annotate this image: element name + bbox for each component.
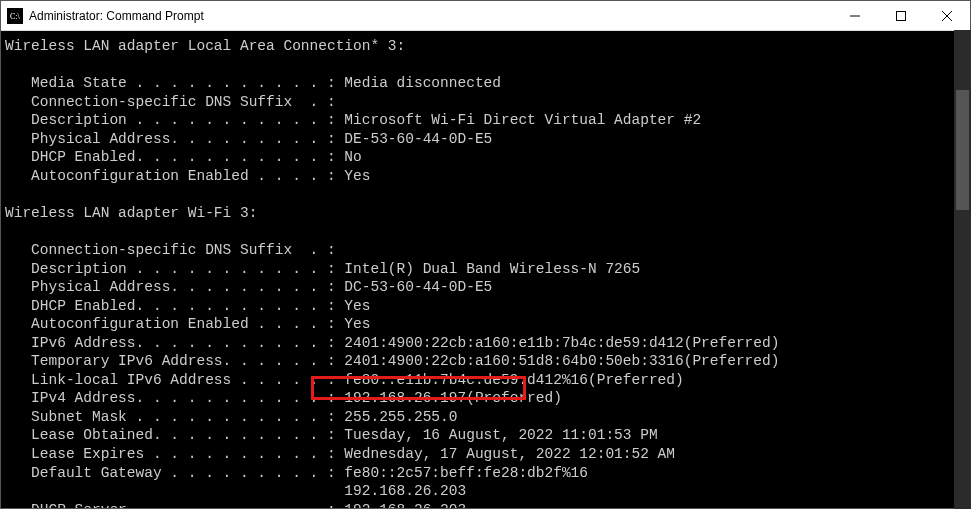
console-line: DHCP Enabled. . . . . . . . . . . : No bbox=[5, 148, 966, 167]
minimize-button[interactable] bbox=[832, 1, 878, 30]
console-line: Description . . . . . . . . . . . : Micr… bbox=[5, 111, 966, 130]
cmd-icon: C:\ bbox=[7, 8, 23, 24]
console-line: Link-local IPv6 Address . . . . . : fe80… bbox=[5, 371, 966, 390]
console-line bbox=[5, 56, 966, 75]
console-line: Media State . . . . . . . . . . . : Medi… bbox=[5, 74, 966, 93]
console-line bbox=[5, 222, 966, 241]
console-line bbox=[5, 185, 966, 204]
console-line: Description . . . . . . . . . . . : Inte… bbox=[5, 260, 966, 279]
svg-rect-3 bbox=[897, 11, 906, 20]
scrollbar-thumb[interactable] bbox=[956, 90, 969, 210]
console-line: DHCP Enabled. . . . . . . . . . . : Yes bbox=[5, 297, 966, 316]
console-line: Default Gateway . . . . . . . . . : fe80… bbox=[5, 464, 966, 483]
close-button[interactable] bbox=[924, 1, 970, 30]
svg-text:C:\: C:\ bbox=[10, 12, 21, 21]
titlebar-controls bbox=[832, 1, 970, 30]
console-output[interactable]: Wireless LAN adapter Local Area Connecti… bbox=[1, 31, 970, 508]
console-line: 192.168.26.203 bbox=[5, 482, 966, 501]
console-line: Wireless LAN adapter Local Area Connecti… bbox=[5, 37, 966, 56]
maximize-button[interactable] bbox=[878, 1, 924, 30]
console-line: Connection-specific DNS Suffix . : bbox=[5, 93, 966, 112]
console-line: Lease Expires . . . . . . . . . . : Wedn… bbox=[5, 445, 966, 464]
console-line: Autoconfiguration Enabled . . . . : Yes bbox=[5, 167, 966, 186]
console-line: Lease Obtained. . . . . . . . . . : Tues… bbox=[5, 426, 966, 445]
console-line: Physical Address. . . . . . . . . : DC-5… bbox=[5, 278, 966, 297]
window: C:\ Administrator: Command Prompt Wirele… bbox=[0, 0, 971, 509]
console-line: Temporary IPv6 Address. . . . . . : 2401… bbox=[5, 352, 966, 371]
vertical-scrollbar[interactable] bbox=[954, 30, 971, 509]
console-line: Physical Address. . . . . . . . . : DE-5… bbox=[5, 130, 966, 149]
titlebar[interactable]: C:\ Administrator: Command Prompt bbox=[1, 1, 970, 31]
console-line: Subnet Mask . . . . . . . . . . . : 255.… bbox=[5, 408, 966, 427]
console-line: Wireless LAN adapter Wi-Fi 3: bbox=[5, 204, 966, 223]
console-line: IPv6 Address. . . . . . . . . . . : 2401… bbox=[5, 334, 966, 353]
console-line: Autoconfiguration Enabled . . . . : Yes bbox=[5, 315, 966, 334]
console-line: IPv4 Address. . . . . . . . . . . : 192.… bbox=[5, 389, 966, 408]
console-line: DHCP Server . . . . . . . . . . . : 192.… bbox=[5, 501, 966, 508]
console-line: Connection-specific DNS Suffix . : bbox=[5, 241, 966, 260]
window-title: Administrator: Command Prompt bbox=[29, 9, 832, 23]
